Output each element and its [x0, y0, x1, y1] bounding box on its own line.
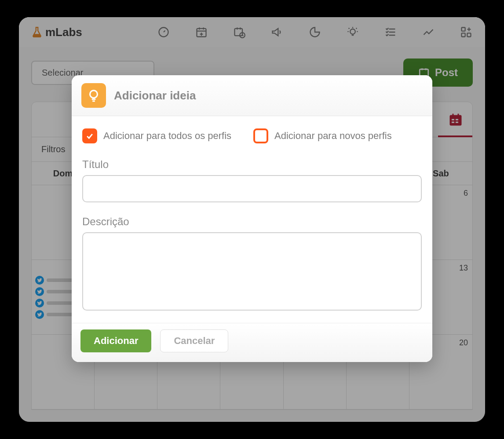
- day-number: 20: [459, 338, 468, 348]
- modal-body: Adicionar para todos os perfis Adicionar…: [72, 116, 432, 323]
- title-label: Título: [82, 158, 422, 171]
- description-input[interactable]: [82, 232, 422, 311]
- checkbox-label: Adicionar para novos perfis: [274, 130, 392, 142]
- analytics-icon[interactable]: [422, 26, 435, 39]
- lightbulb-modal-icon: [81, 83, 106, 108]
- add-idea-modal: Adicionar ideia Adicionar para todos os …: [72, 75, 432, 362]
- calendar-clock-icon[interactable]: [233, 26, 246, 39]
- checkbox-icon: [253, 128, 268, 143]
- post-button-label: Post: [435, 66, 458, 79]
- apps-add-icon[interactable]: [460, 26, 473, 39]
- checkbox-row: Adicionar para todos os perfis Adicionar…: [82, 128, 422, 143]
- twitter-icon: [35, 310, 44, 319]
- top-nav: mLabs: [19, 17, 485, 47]
- svg-rect-10: [452, 119, 454, 120]
- modal-title: Adicionar ideia: [114, 89, 196, 102]
- calendar-view-icon[interactable]: [448, 112, 464, 128]
- checkbox-all-profiles[interactable]: Adicionar para todos os perfis: [82, 128, 231, 143]
- twitter-icon: [35, 276, 44, 285]
- svg-point-4: [350, 29, 355, 34]
- svg-rect-7: [467, 33, 471, 37]
- checkbox-new-profiles[interactable]: Adicionar para novos perfis: [253, 128, 392, 143]
- svg-rect-11: [456, 119, 458, 120]
- modal-footer: Adicionar Cancelar: [72, 323, 432, 362]
- twitter-icon: [35, 287, 44, 296]
- megaphone-icon[interactable]: [270, 26, 284, 39]
- svg-rect-5: [462, 28, 465, 31]
- svg-rect-2: [235, 29, 243, 36]
- pie-chart-icon[interactable]: [308, 26, 321, 39]
- add-button[interactable]: Adicionar: [80, 329, 151, 352]
- checklist-icon[interactable]: [384, 26, 397, 39]
- checkbox-icon: [82, 128, 97, 143]
- checkbox-label: Adicionar para todos os perfis: [103, 130, 231, 142]
- twitter-icon: [35, 299, 44, 307]
- lightbulb-icon[interactable]: [346, 26, 359, 39]
- svg-rect-12: [452, 121, 454, 123]
- description-label: Descrição: [82, 216, 422, 228]
- calendar-add-icon[interactable]: [195, 26, 208, 39]
- svg-point-14: [90, 91, 98, 98]
- flask-icon: [31, 26, 43, 38]
- brand-name: mLabs: [45, 26, 82, 39]
- modal-header: Adicionar ideia: [72, 75, 432, 116]
- cancel-button[interactable]: Cancelar: [160, 329, 228, 352]
- day-number: 6: [464, 189, 468, 198]
- svg-rect-6: [462, 33, 465, 37]
- brand-logo[interactable]: mLabs: [31, 26, 82, 39]
- active-tab-indicator: [438, 135, 472, 137]
- svg-rect-13: [456, 121, 458, 123]
- day-number: 13: [459, 263, 468, 273]
- dashboard-icon[interactable]: [157, 26, 170, 39]
- app-window: mLabs: [19, 17, 485, 422]
- title-input[interactable]: [82, 175, 422, 202]
